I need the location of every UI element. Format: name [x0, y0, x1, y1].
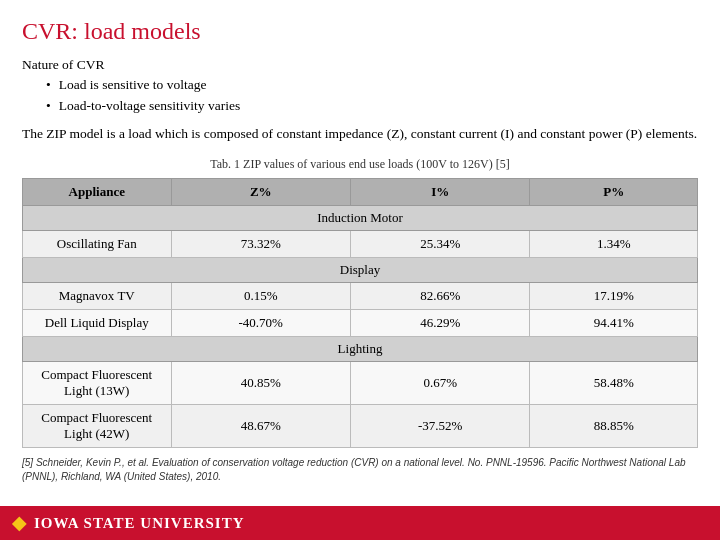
cell-i: 0.67%: [350, 361, 529, 404]
col-p: P%: [530, 178, 698, 205]
category-label-display: Display: [23, 257, 698, 282]
table-row: Compact Fluorescent Light (13W) 40.85% 0…: [23, 361, 698, 404]
bullet-item-1: Load is sensitive to voltage: [46, 75, 698, 95]
zip-table: Appliance Z% I% P% Induction Motor Oscil…: [22, 178, 698, 448]
category-label-induction: Induction Motor: [23, 205, 698, 230]
table-header-row: Appliance Z% I% P%: [23, 178, 698, 205]
cell-z: 0.15%: [171, 282, 350, 309]
cell-i: 25.34%: [350, 230, 529, 257]
cell-z: 40.85%: [171, 361, 350, 404]
category-row-display: Display: [23, 257, 698, 282]
footnote: [5] Schneider, Kevin P., et al. Evaluati…: [22, 456, 698, 484]
cell-p: 17.19%: [530, 282, 698, 309]
cell-p: 58.48%: [530, 361, 698, 404]
table-row: Compact Fluorescent Light (42W) 48.67% -…: [23, 404, 698, 447]
col-z: Z%: [171, 178, 350, 205]
cell-p: 88.85%: [530, 404, 698, 447]
category-row-lighting: Lighting: [23, 336, 698, 361]
col-i: I%: [350, 178, 529, 205]
cell-z: 73.32%: [171, 230, 350, 257]
cell-appliance: Oscillating Fan: [23, 230, 172, 257]
bullet-list: Load is sensitive to voltage Load-to-vol…: [46, 75, 698, 116]
cell-appliance: Compact Fluorescent Light (13W): [23, 361, 172, 404]
cell-appliance: Compact Fluorescent Light (42W): [23, 404, 172, 447]
table-row: Magnavox TV 0.15% 82.66% 17.19%: [23, 282, 698, 309]
nature-section: Nature of CVR Load is sensitive to volta…: [22, 55, 698, 116]
cell-appliance: Dell Liquid Display: [23, 309, 172, 336]
table-row: Dell Liquid Display -40.70% 46.29% 94.41…: [23, 309, 698, 336]
category-label-lighting: Lighting: [23, 336, 698, 361]
university-name: IOWA STATE UNIVERSITY: [34, 515, 245, 532]
category-row-induction: Induction Motor: [23, 205, 698, 230]
table-body: Induction Motor Oscillating Fan 73.32% 2…: [23, 205, 698, 447]
page-title: CVR: load models: [22, 18, 698, 45]
cell-i: 46.29%: [350, 309, 529, 336]
cell-p: 1.34%: [530, 230, 698, 257]
zip-description: The ZIP model is a load which is compose…: [22, 124, 698, 145]
footer-bar: ◆ IOWA STATE UNIVERSITY: [0, 506, 720, 540]
cell-z: -40.70%: [171, 309, 350, 336]
cell-p: 94.41%: [530, 309, 698, 336]
cell-appliance: Magnavox TV: [23, 282, 172, 309]
table-caption: Tab. 1 ZIP values of various end use loa…: [22, 157, 698, 172]
bullet-item-2: Load-to-voltage sensitivity varies: [46, 96, 698, 116]
cell-i: 82.66%: [350, 282, 529, 309]
cell-z: 48.67%: [171, 404, 350, 447]
cell-i: -37.52%: [350, 404, 529, 447]
page-container: CVR: load models Nature of CVR Load is s…: [0, 0, 720, 484]
isu-logo-icon: ◆: [12, 512, 26, 534]
col-appliance: Appliance: [23, 178, 172, 205]
table-row: Oscillating Fan 73.32% 25.34% 1.34%: [23, 230, 698, 257]
nature-heading: Nature of CVR: [22, 57, 104, 72]
